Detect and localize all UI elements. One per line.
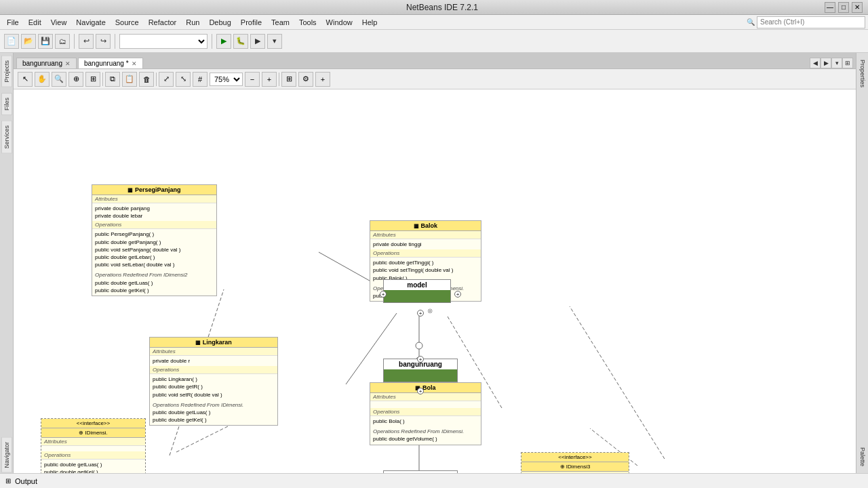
op-balok-2: public void setTinggi( double val ) bbox=[373, 266, 478, 274]
persegiPanjang-ops: public PersegiPanjang( ) public double g… bbox=[92, 229, 216, 270]
run-file-btn[interactable]: ▶ bbox=[250, 34, 265, 49]
menu-source[interactable]: Source bbox=[111, 17, 143, 28]
sidebar-tab-projects[interactable]: Projects bbox=[1, 56, 12, 87]
op-bola-redef-label: Operations Redefined From IDimensi. bbox=[373, 428, 478, 435]
save-btn[interactable]: 💾 bbox=[38, 34, 53, 49]
tab1-close[interactable]: ✕ bbox=[65, 60, 71, 67]
menu-help[interactable]: Help bbox=[358, 17, 382, 28]
tab-bangunruang-modified[interactable]: bangunruang * ✕ bbox=[78, 58, 143, 68]
menu-profile[interactable]: Profile bbox=[237, 17, 266, 28]
tab-expand[interactable]: ⊞ bbox=[842, 58, 853, 68]
new-project-btn[interactable]: 📄 bbox=[4, 34, 19, 49]
op-l-3: public void setR( double val ) bbox=[153, 391, 275, 399]
op-pp-redef-1: public double getLuas( ) bbox=[95, 279, 214, 287]
tab1-label: bangunruang bbox=[22, 60, 62, 67]
fit-sel-tool[interactable]: ⤡ bbox=[176, 72, 191, 87]
close-button[interactable]: ✕ bbox=[852, 2, 863, 13]
more-btn[interactable]: ▾ bbox=[267, 34, 282, 49]
menu-team[interactable]: Team bbox=[267, 17, 294, 28]
menu-tools[interactable]: Tools bbox=[295, 17, 321, 28]
main-toolbar: 📄 📂 💾 🗂 ↩ ↪ ▶ 🐛 ▶ ▾ bbox=[0, 30, 868, 53]
tab-dropdown[interactable]: ▾ bbox=[831, 58, 842, 68]
search-input[interactable] bbox=[757, 16, 865, 28]
idimensi2d-attr-label: Attributes bbox=[41, 438, 145, 446]
copy-tool[interactable]: ⧉ bbox=[105, 72, 120, 87]
right-sidebar: Properties Palette bbox=[856, 53, 868, 473]
sidebar-tab-navigator[interactable]: Navigator bbox=[1, 437, 12, 473]
idimensi3d-name: ⊕ IDimensi3 bbox=[521, 462, 629, 472]
tab2-close[interactable]: ✕ bbox=[132, 60, 137, 67]
menu-debug[interactable]: Debug bbox=[205, 17, 235, 28]
svg-line-10 bbox=[570, 306, 665, 459]
op-l-redef-label: Operations Redefined From IDimensi. bbox=[153, 401, 275, 409]
diagram-canvas[interactable]: ⊗ ▦ PersegiPanjang Attributes private do… bbox=[14, 89, 856, 473]
paste-tool[interactable]: 📋 bbox=[122, 72, 137, 87]
tab-scroll-left[interactable]: ◀ bbox=[810, 58, 821, 68]
class-idimensi3d[interactable]: <<interface>> ⊕ IDimensi3 Attributes Ope… bbox=[521, 452, 629, 473]
zoom-out-btn[interactable]: − bbox=[245, 72, 260, 87]
align-tool[interactable]: ⊞ bbox=[85, 72, 100, 87]
run-btn[interactable]: ▶ bbox=[216, 34, 231, 49]
tab-scroll-right[interactable]: ▶ bbox=[821, 58, 831, 68]
class-lingkaran[interactable]: ▦ Lingkaran Attributes private double r … bbox=[149, 337, 278, 426]
sidebar-tab-files[interactable]: Files bbox=[1, 93, 12, 115]
interfaces-title: interfaces bbox=[384, 471, 457, 473]
bangunruang-top-connector: + bbox=[417, 356, 424, 363]
class-bola[interactable]: ▦ Bola Attributes Operations public Bola… bbox=[370, 382, 481, 445]
op-l-redef-2: public double getKel( ) bbox=[153, 416, 275, 424]
sep2 bbox=[115, 34, 115, 49]
class-balok-title: Balok bbox=[421, 222, 438, 229]
titlebar: NetBeans IDE 7.2.1 — □ ✕ bbox=[0, 0, 868, 15]
menu-refactor[interactable]: Refactor bbox=[144, 17, 181, 28]
redo-btn[interactable]: ↪ bbox=[96, 34, 111, 49]
class-persegiPanjang[interactable]: ▦ PersegiPanjang Attributes private doub… bbox=[92, 184, 217, 296]
right-tab-palette[interactable]: Palette bbox=[858, 443, 867, 470]
class-bola-header: ▦ Bola bbox=[370, 383, 481, 393]
save-all-btn[interactable]: 🗂 bbox=[55, 34, 70, 49]
menu-run[interactable]: Run bbox=[182, 17, 203, 28]
sidebar-tab-services[interactable]: Services bbox=[1, 121, 12, 154]
zoom-select[interactable]: 75% bbox=[210, 73, 243, 86]
op-id2-1: public double getLuas( ) bbox=[44, 461, 142, 468]
model-title: model bbox=[384, 280, 450, 290]
menu-navigate[interactable]: Navigate bbox=[72, 17, 109, 28]
grid-tool[interactable]: # bbox=[193, 72, 208, 87]
fit-all-tool[interactable]: ⤢ bbox=[159, 72, 174, 87]
zoom-tool[interactable]: 🔍 bbox=[52, 72, 66, 87]
open-project-btn[interactable]: 📂 bbox=[21, 34, 36, 49]
menu-file[interactable]: File bbox=[3, 17, 23, 28]
props-tool[interactable]: ⚙ bbox=[298, 72, 313, 87]
tab-bangunruang[interactable]: bangunruang ✕ bbox=[16, 58, 77, 68]
menu-edit[interactable]: Edit bbox=[24, 17, 45, 28]
undo-btn[interactable]: ↩ bbox=[79, 34, 94, 49]
lingkaran-attr-label: Attributes bbox=[150, 348, 277, 356]
menu-window[interactable]: Window bbox=[322, 17, 357, 28]
delete-tool[interactable]: 🗑 bbox=[139, 72, 154, 87]
zoom-in-btn[interactable]: + bbox=[262, 72, 277, 87]
menu-view[interactable]: View bbox=[47, 17, 71, 28]
hand-tool[interactable]: ✋ bbox=[35, 72, 50, 87]
class-idimensi2d[interactable]: <<interface>> ⊕ IDimensi. Attributes Ope… bbox=[41, 418, 146, 473]
right-tab-properties[interactable]: Properties bbox=[858, 56, 867, 92]
idimensi2d-stereotype: <<interface>> bbox=[41, 419, 145, 428]
output-icon: ⊞ bbox=[5, 477, 11, 485]
idimensi3d-stereotype: <<interface>> bbox=[521, 453, 629, 462]
output-label[interactable]: Output bbox=[15, 477, 37, 485]
class-interfaces[interactable]: interfaces bbox=[383, 470, 458, 473]
fit-tool[interactable]: ⊕ bbox=[68, 72, 83, 87]
window-controls[interactable]: — □ ✕ bbox=[825, 2, 863, 13]
bola-ops-label: Operations bbox=[370, 408, 481, 416]
editor-area: bangunruang ✕ bangunruang * ✕ ◀ ▶ ▾ ⊞ ↖ … bbox=[14, 53, 856, 473]
minimize-button[interactable]: — bbox=[825, 2, 835, 13]
layout-tool[interactable]: ⊞ bbox=[281, 72, 296, 87]
bola-attrs bbox=[370, 401, 481, 408]
select-tool[interactable]: ↖ bbox=[18, 72, 33, 87]
project-dropdown[interactable] bbox=[119, 34, 208, 49]
debug-btn[interactable]: 🐛 bbox=[233, 34, 248, 49]
more-diag-tool[interactable]: + bbox=[315, 72, 330, 87]
restore-button[interactable]: □ bbox=[838, 2, 849, 13]
class-persegiPanjang-title: PersegiPanjang bbox=[135, 186, 181, 193]
editor-tabs: bangunruang ✕ bangunruang * ✕ ◀ ▶ ▾ ⊞ bbox=[14, 53, 856, 69]
class-model[interactable]: model bbox=[383, 279, 451, 303]
tab2-label: bangunruang * bbox=[84, 60, 129, 67]
